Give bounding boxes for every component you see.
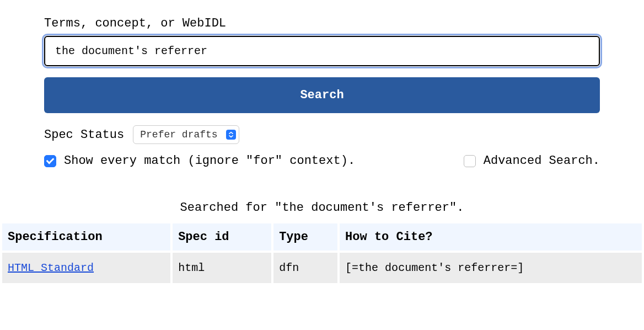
results-table: Specification Spec id Type How to Cite? … xyxy=(0,221,644,285)
col-type: Type xyxy=(273,223,337,251)
advanced-search-checkbox[interactable] xyxy=(464,155,476,167)
search-button[interactable]: Search xyxy=(44,77,600,113)
search-label: Terms, concept, or WebIDL xyxy=(44,17,600,30)
advanced-search-label[interactable]: Advanced Search. xyxy=(484,154,600,168)
show-every-match-checkbox[interactable] xyxy=(44,155,56,167)
table-row: HTML Standard html dfn [=the document's … xyxy=(2,253,642,283)
cell-spec-id: html xyxy=(173,253,271,283)
search-input[interactable] xyxy=(44,36,600,66)
spec-link[interactable]: HTML Standard xyxy=(8,262,94,274)
spec-status-select[interactable]: Prefer drafts xyxy=(133,125,239,144)
cell-type: dfn xyxy=(273,253,337,283)
spec-status-label: Spec Status xyxy=(44,128,124,142)
col-specification: Specification xyxy=(2,223,170,251)
col-spec-id: Spec id xyxy=(173,223,271,251)
col-cite: How to Cite? xyxy=(340,223,642,251)
cell-cite: [=the document's referrer=] xyxy=(340,253,642,283)
results-caption: Searched for "the document's referrer". xyxy=(0,201,644,215)
show-every-match-label[interactable]: Show every match (ignore "for" context). xyxy=(64,154,355,168)
